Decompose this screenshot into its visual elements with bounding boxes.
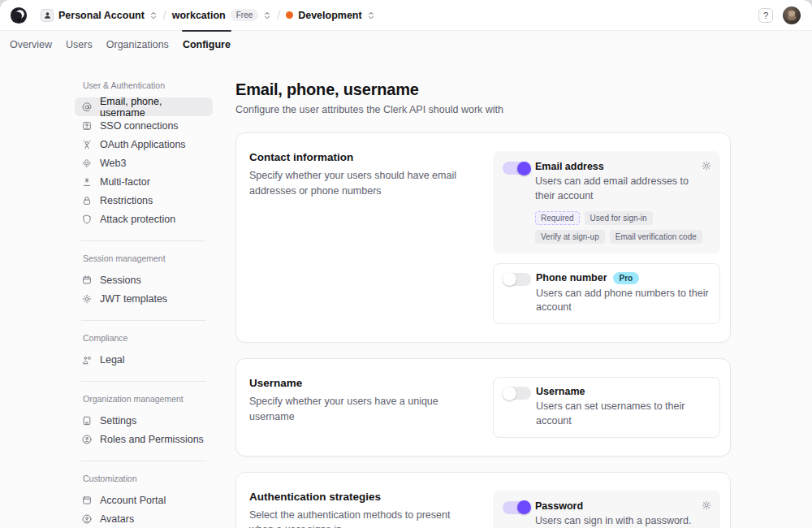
card-description: Specify whether your users have a unique… xyxy=(249,394,475,425)
header-actions: ? xyxy=(758,6,801,24)
sidebar-item-web3[interactable]: Web3 xyxy=(75,154,213,172)
panel-description: Users can add email addresses to their a… xyxy=(535,175,710,204)
sidebar-section-title: Session management xyxy=(83,253,213,263)
card-title: Authentication strategies xyxy=(249,491,475,503)
sidebar-item-sessions[interactable]: Sessions xyxy=(75,270,213,289)
sidebar-item-label: Account Portal xyxy=(100,495,166,506)
username-panel: Username Users can set usernames to thei… xyxy=(493,377,720,438)
page-subtitle: Configure the user attributes the Clerk … xyxy=(235,103,731,117)
gear-icon xyxy=(81,293,93,305)
tab-overview[interactable]: Overview xyxy=(10,39,52,50)
card-panels: Password Users can sign in with a passwo… xyxy=(493,491,720,528)
tab-users[interactable]: Users xyxy=(66,39,93,50)
username-toggle[interactable] xyxy=(503,387,531,400)
panel-title-text: Phone number xyxy=(536,272,607,283)
top-header: Personal Account / workcation Free / Dev… xyxy=(0,0,812,31)
badge-used-for-sign-in: Used for sign-in xyxy=(585,211,653,225)
lock-icon xyxy=(81,195,93,206)
toggle-knob xyxy=(517,162,531,175)
breadcrumb-account-switcher[interactable]: Personal Account xyxy=(41,9,158,22)
email-address-panel: Email address Users can add email addres… xyxy=(493,151,720,253)
shield-icon xyxy=(81,214,93,225)
password-panel: Password Users can sign in with a passwo… xyxy=(493,491,720,528)
email-settings-gear-icon[interactable] xyxy=(701,160,712,171)
contact-information-card: Contact information Specify whether your… xyxy=(235,132,731,343)
breadcrumb-environment-label: Development xyxy=(298,10,362,21)
sidebar-item-label: Avatars xyxy=(100,513,134,525)
sidebar-item-legal[interactable]: Legal xyxy=(75,350,213,369)
page-title: Email, phone, username xyxy=(235,80,731,98)
oauth-applications-icon xyxy=(81,139,93,150)
sidebar-item-oauth-applications[interactable]: OAuth Applications xyxy=(75,135,213,154)
password-toggle[interactable] xyxy=(503,501,530,514)
sidebar-item-label: Multi-factor xyxy=(100,176,150,188)
sidebar-item-label: SSO connections xyxy=(100,120,179,132)
sidebar-section-title: User & Authentication xyxy=(83,80,213,90)
sidebar-section-title: Organization management xyxy=(83,394,213,404)
authentication-strategies-card: Authentication strategies Select the aut… xyxy=(235,472,731,528)
sidebar-item-roles-permissions[interactable]: Roles and Permissions xyxy=(75,430,213,448)
username-card: Username Specify whether your users have… xyxy=(235,358,731,457)
account-avatar-icon xyxy=(41,9,54,22)
breadcrumb-separator: / xyxy=(163,9,166,22)
sidebar-item-attack-protection[interactable]: Attack protection xyxy=(75,210,213,228)
avatar-circle-icon xyxy=(81,513,93,525)
sidebar-divider xyxy=(81,320,206,321)
card-description: Select the authentication methods to pre… xyxy=(249,508,475,528)
clerk-logo-icon[interactable] xyxy=(10,6,28,24)
toggle-knob xyxy=(517,500,531,514)
card-panels: Username Users can set usernames to thei… xyxy=(493,377,720,438)
sidebar-item-label: Settings xyxy=(100,415,136,426)
tab-organizations[interactable]: Organizations xyxy=(106,39,169,50)
user-avatar[interactable] xyxy=(783,6,801,24)
panel-title: Email address xyxy=(535,161,710,172)
card-title: Username xyxy=(249,377,475,389)
sidebar-item-label: Roles and Permissions xyxy=(100,434,204,445)
nav-tabs: Overview Users Organizations Configure xyxy=(0,31,812,58)
email-address-toggle[interactable] xyxy=(503,162,530,175)
sso-connections-icon xyxy=(81,120,93,132)
tab-configure[interactable]: Configure xyxy=(183,39,231,50)
sidebar-item-avatars[interactable]: Avatars xyxy=(75,509,213,528)
panel-description: Users can sign in with a password. Passw… xyxy=(535,514,710,528)
card-panels: Email address Users can add email addres… xyxy=(493,151,720,324)
sidebar-item-label: Web3 xyxy=(100,158,126,169)
breadcrumb: Personal Account / workcation Free / Dev… xyxy=(41,9,375,22)
unfold-chevrons-icon xyxy=(367,11,375,19)
app-window: Personal Account / workcation Free / Dev… xyxy=(0,0,812,528)
panel-title: Username xyxy=(536,386,710,397)
sidebar-item-label: JWT templates xyxy=(100,293,167,305)
legal-icon xyxy=(81,354,93,366)
panel-title: Phone number Pro xyxy=(536,272,710,284)
help-button[interactable]: ? xyxy=(758,8,773,23)
sidebar-item-email-phone-username[interactable]: Email, phone, username xyxy=(75,97,213,116)
sidebar-item-multi-factor[interactable]: Multi-factor xyxy=(75,172,213,191)
breadcrumb-project-switcher[interactable]: workcation Free xyxy=(172,9,272,21)
breadcrumb-project-label: workcation xyxy=(172,10,226,21)
portal-window-icon xyxy=(81,495,93,506)
sidebar-divider xyxy=(81,240,206,241)
card-heading-block: Username Specify whether your users have… xyxy=(249,377,493,425)
content-area: User & Authentication Email, phone, user… xyxy=(0,58,812,528)
sidebar-section-title: Compliance xyxy=(83,333,213,343)
phone-number-panel: Phone number Pro Users can add phone num… xyxy=(493,263,720,325)
panel-title: Password xyxy=(535,500,710,512)
breadcrumb-environment-switcher[interactable]: Development xyxy=(286,10,375,21)
sidebar-item-account-portal[interactable]: Account Portal xyxy=(75,491,213,509)
sidebar-item-org-settings[interactable]: Settings xyxy=(75,411,213,430)
password-settings-gear-icon[interactable] xyxy=(701,500,712,511)
sidebar-item-label: Restrictions xyxy=(100,195,153,206)
badge-email-verification-code: Email verification code xyxy=(610,230,702,244)
sidebar-item-jwt-templates[interactable]: JWT templates xyxy=(75,289,213,308)
sidebar-section-title: Customization xyxy=(83,474,213,483)
phone-number-toggle[interactable] xyxy=(503,273,531,286)
building-icon xyxy=(81,415,93,426)
unfold-chevrons-icon xyxy=(263,11,271,19)
toggle-knob xyxy=(503,272,516,286)
sidebar-item-label: Attack protection xyxy=(100,214,175,225)
panel-description: Users can add phone numbers to their acc… xyxy=(536,287,710,316)
sidebar-item-sso-connections[interactable]: SSO connections xyxy=(75,116,213,135)
sidebar-item-restrictions[interactable]: Restrictions xyxy=(75,191,213,210)
breadcrumb-account-label: Personal Account xyxy=(58,10,145,21)
card-title: Contact information xyxy=(249,151,475,163)
